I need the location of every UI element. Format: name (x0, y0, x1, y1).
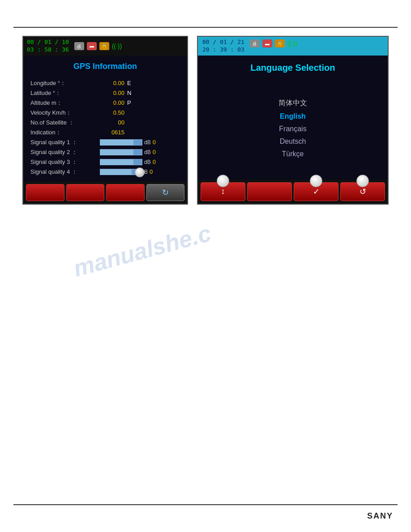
signal2-row: Signal quality 2 ： dB 0 (30, 148, 180, 156)
gps-data-area: Longitude °： 0.00 E Latitude °： 0.00 N A… (23, 76, 187, 181)
bottom-divider (13, 504, 398, 505)
lang-lock-icon: 🔒 (275, 39, 285, 47)
lang-item-french[interactable]: Français (274, 124, 311, 134)
latitude-label: Latitude °： (30, 89, 100, 97)
lang-btn-1[interactable]: ↕ (201, 182, 245, 201)
refresh-icon-lang: ↺ (360, 187, 366, 197)
altitude-row: Altitude m： 0.00 P (30, 99, 180, 107)
signal4-knob (135, 167, 145, 177)
indication-row: Indication： 0615 (30, 129, 180, 137)
lang-buttons: ↕ ✓ ↺ (198, 180, 388, 204)
lang-battery-icon: ▬ (262, 39, 272, 47)
lang-btn-confirm[interactable]: ✓ (294, 182, 338, 201)
signal4-row: Signal quality 4 ： B 0 (30, 168, 180, 176)
indication-value: 0615 (100, 129, 124, 136)
longitude-unit: E (127, 80, 134, 86)
lang-btn-2[interactable] (247, 182, 292, 201)
signal4-label: Signal quality 4 ： (30, 168, 100, 176)
latitude-unit: N (127, 90, 134, 96)
lang-printer-icon: 🖨 (250, 39, 260, 47)
top-divider (13, 27, 398, 28)
velocity-row: Velocity Km/h： 0.50 (30, 109, 180, 117)
signal2-label: Signal quality 2 ： (30, 148, 100, 156)
satellite-label: No.of Satellite ： (30, 119, 100, 127)
satellite-value: 00 (100, 119, 124, 126)
lang-wifi-icon: ((·)) (287, 39, 297, 47)
gps-btn-refresh[interactable]: ↻ (146, 184, 185, 201)
signal1-label: Signal quality 1 ： (30, 138, 100, 146)
satellite-row: No.of Satellite ： 00 (30, 119, 180, 127)
longitude-label: Longitude °： (30, 79, 100, 87)
check-icon: ✓ (313, 187, 320, 197)
signal3-label: Signal quality 3 ： (30, 158, 100, 166)
signal1-db: dB (144, 139, 151, 146)
longitude-value: 0.00 (100, 80, 124, 86)
altitude-value: 0.00 (100, 99, 124, 106)
longitude-row: Longitude °： 0.00 E (30, 79, 180, 87)
latitude-row: Latitude °： 0.00 N (30, 89, 180, 97)
lang-header-bar: 00 / 01 / 21 20 : 39 : 03 🖨 ▬ 🔒 ((·)) (198, 37, 388, 56)
knob-1 (217, 175, 229, 187)
lang-panel: 00 / 01 / 21 20 : 39 : 03 🖨 ▬ 🔒 ((·)) La… (197, 36, 389, 205)
signal3-row: Signal quality 3 ： dB 0 (30, 158, 180, 166)
content-area: 00 / 01 / 10 03 : 58 : 36 🖨 ▬ 🔒 ((·)) GP… (22, 36, 389, 205)
lang-datetime-row: 00 / 01 / 21 20 : 39 : 03 🖨 ▬ 🔒 ((·)) (202, 39, 383, 54)
signal2-db: dB (144, 149, 151, 155)
knob-3 (356, 175, 369, 187)
signal4-val: 0 (150, 168, 153, 175)
lang-list-area: 简体中文 English Français Deutsch Türkçe (198, 77, 388, 180)
gps-title: GPS Information (23, 62, 187, 71)
signal1-row: Signal quality 1 ： dB 0 (30, 138, 180, 146)
signal3-bar (100, 159, 142, 165)
gps-header-icons: 🖨 ▬ 🔒 ((·)) (74, 42, 122, 50)
signal2-val: 0 (153, 149, 156, 155)
signal4-bar (100, 169, 142, 175)
signal1-val: 0 (153, 139, 156, 146)
signal3-db: dB (144, 159, 151, 165)
lang-title-area: Language Selection (198, 56, 388, 77)
watermark: manualshe.c (71, 219, 214, 282)
gps-btn-1[interactable] (26, 184, 64, 201)
lang-item-chinese[interactable]: 简体中文 (274, 98, 312, 109)
gps-header-bar: 00 / 01 / 10 03 : 58 : 36 🖨 ▬ 🔒 ((·)) (23, 37, 187, 56)
battery-icon: ▬ (87, 42, 97, 50)
lang-item-english[interactable]: English (275, 112, 310, 121)
brand-label: SANY (367, 511, 393, 521)
gps-btn-2[interactable] (66, 184, 105, 201)
gps-panel: 00 / 01 / 10 03 : 58 : 36 🖨 ▬ 🔒 ((·)) GP… (22, 36, 188, 205)
velocity-label: Velocity Km/h： (30, 109, 100, 117)
lock-icon: 🔒 (99, 42, 109, 50)
lang-header-icons: 🖨 ▬ 🔒 ((·)) (250, 39, 297, 47)
gps-buttons: ↻ (23, 181, 187, 204)
signal3-val: 0 (153, 159, 156, 165)
velocity-value: 0.50 (100, 109, 124, 116)
down-icon: ↕ (221, 187, 225, 196)
gps-datetime: 00 / 01 / 10 03 : 58 : 36 (27, 39, 69, 54)
signal4-db: B (144, 169, 148, 175)
lang-btn-refresh[interactable]: ↺ (340, 182, 385, 201)
refresh-icon: ↻ (162, 188, 169, 197)
lang-item-german[interactable]: Deutsch (275, 137, 311, 146)
knob-2 (310, 175, 322, 187)
signal1-bar (100, 139, 142, 146)
latitude-value: 0.00 (100, 90, 124, 96)
altitude-label: Altitude m： (30, 99, 100, 107)
gps-title-area: GPS Information (23, 56, 187, 76)
lang-datetime: 00 / 01 / 21 20 : 39 : 03 (202, 39, 244, 54)
signal2-bar (100, 149, 142, 155)
gps-btn-3[interactable] (106, 184, 145, 201)
printer-icon: 🖨 (74, 42, 84, 50)
lang-title: Language Selection (198, 63, 388, 73)
indication-label: Indication： (30, 129, 100, 137)
wifi-icon: ((·)) (112, 42, 122, 50)
altitude-unit: P (127, 99, 134, 106)
lang-item-turkish[interactable]: Türkçe (278, 149, 308, 159)
